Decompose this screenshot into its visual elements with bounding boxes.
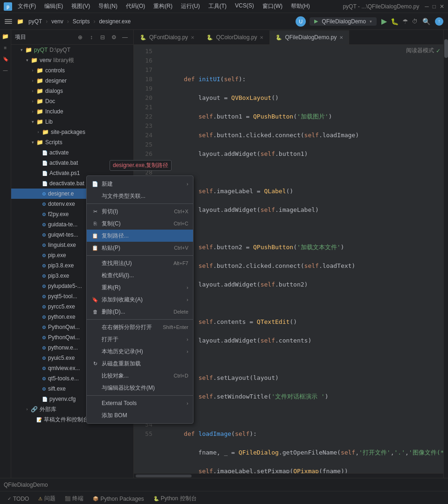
- ctx-cut[interactable]: ✂ 剪切(I) Ctrl+X: [87, 205, 193, 217]
- menu-refactor[interactable]: 重构(R): [150, 1, 176, 11]
- file-bottom-tab: QFileDialogDemo: [0, 478, 448, 491]
- tree-dialogs[interactable]: › 📁 dialogs: [11, 86, 133, 96]
- sidebar-hide-icon[interactable]: —: [120, 33, 130, 42]
- window-controls: ─ □ ✕: [425, 3, 444, 10]
- ctx-compare[interactable]: 比较对象... Ctrl+D: [87, 370, 193, 382]
- breadcrumb-designer[interactable]: designer.exe: [99, 18, 131, 25]
- tree-scripts[interactable]: ▾ 📁 Scripts: [11, 137, 133, 147]
- ctx-add-bom[interactable]: 添加 BOM: [87, 409, 193, 421]
- ctx-refactor[interactable]: 重构(R) ›: [87, 281, 193, 294]
- menu-help[interactable]: 帮助(H): [287, 1, 314, 11]
- ctx-external-tools[interactable]: External Tools ›: [87, 397, 193, 409]
- sidebar-add-icon[interactable]: ⊕: [76, 33, 85, 42]
- ctx-copy-path-label: 复制路径...: [102, 232, 129, 240]
- project-panel-tab[interactable]: 📁: [1, 32, 10, 41]
- tab-qfiledialogdemo[interactable]: 🐍 QFileDialogDemo.py ✕: [269, 30, 349, 44]
- ctx-inspect-code[interactable]: 检查代码(I)...: [87, 269, 193, 281]
- tree-activate[interactable]: › 📄 activate: [11, 147, 133, 158]
- tree-lib[interactable]: ▾ 📁 Lib: [11, 117, 133, 127]
- tab-close-icon2[interactable]: ✕: [260, 35, 263, 40]
- breadcrumb-pyqt[interactable]: pyQT: [28, 18, 42, 25]
- tab-label: QFontDialog.py: [149, 34, 188, 41]
- tree-site-packages[interactable]: › 📁 site-packages: [11, 127, 133, 137]
- menu-tools[interactable]: 工具(T): [205, 1, 230, 11]
- inspect-icon: [91, 272, 99, 279]
- close-button[interactable]: ✕: [440, 3, 444, 10]
- menu-file[interactable]: 文件(F): [14, 1, 40, 11]
- tree-include[interactable]: › 📁 Include: [11, 106, 133, 117]
- tree-venv[interactable]: ▾ 📁 venv library根: [11, 55, 133, 65]
- leftpanel-icon4[interactable]: —: [1, 65, 10, 75]
- menu-nav[interactable]: 导航(N): [95, 1, 121, 11]
- run-config-dropdown[interactable]: ▶ QFileDialogDemo ▾: [310, 17, 377, 26]
- dropdown-arrow-icon: ▾: [370, 19, 372, 24]
- python-console-tab[interactable]: 🐍 Python 控制台: [150, 493, 200, 504]
- ctx-compare-editor[interactable]: 与编辑器比较文件(M): [87, 382, 193, 394]
- tree-root-pyqt[interactable]: ▾ 📁 pyQT D:\pyQT: [11, 45, 133, 55]
- tab-qcolordialog[interactable]: 🐍 QColorDialog.py ✕: [200, 30, 269, 44]
- avatar-icon[interactable]: U: [296, 16, 306, 27]
- tree-designer[interactable]: › 📁 designer: [11, 76, 133, 86]
- ctx-find-usage[interactable]: 查找用法(U) Alt+F7: [87, 257, 193, 269]
- breadcrumb-scripts[interactable]: Scripts: [73, 18, 90, 25]
- sidebar-collapse-icon[interactable]: ⊟: [98, 33, 107, 42]
- search-button[interactable]: 🔍: [422, 18, 430, 25]
- svg-rect-2: [5, 19, 12, 20]
- tab-close-icon3[interactable]: ✕: [339, 35, 343, 40]
- ctx-open-with[interactable]: 打开于 ›: [87, 333, 193, 345]
- tab-icon3: 🐍: [276, 35, 282, 41]
- structure-panel-tab[interactable]: ≡: [1, 43, 10, 52]
- ctx-new[interactable]: 📄 新建 ›: [87, 178, 193, 190]
- sidebar-gear-icon[interactable]: ⚙: [109, 33, 118, 42]
- reader-mode-label: 阅读器模式: [406, 47, 434, 55]
- ctx-associate[interactable]: 与文件类型关联...: [87, 190, 193, 202]
- terminal-tab[interactable]: ⬛ 终端: [61, 493, 87, 504]
- ctx-local-history[interactable]: 本地历史记录(H) ›: [87, 345, 193, 357]
- delete-icon: 🗑: [91, 308, 99, 315]
- ctx-compare-editor-label: 与编辑器比较文件(M): [102, 384, 155, 392]
- menu-code[interactable]: 代码(O): [122, 1, 149, 11]
- problems-tab[interactable]: ⚠ 问题: [34, 493, 59, 504]
- code-text[interactable]: def initUI(self): layout = QVBoxLayout()…: [165, 45, 443, 473]
- reader-mode-check-icon: ✓: [436, 48, 441, 54]
- tree-controls[interactable]: › 📁 controls: [11, 65, 133, 76]
- context-menu: 📄 新建 › 与文件类型关联... ✂ 剪切(I) Ctrl+X ⎘ 复制(C)…: [86, 175, 193, 424]
- menu-vcs[interactable]: VCS(S): [231, 1, 258, 11]
- horizontal-scrollbar[interactable]: [134, 473, 443, 478]
- menu-view[interactable]: 视图(V): [68, 1, 94, 11]
- todo-tab[interactable]: ✓ TODO: [4, 494, 33, 504]
- menu-edit[interactable]: 编辑(E): [41, 1, 67, 11]
- local-history-icon: [91, 348, 99, 355]
- tab-close-icon[interactable]: ✕: [191, 35, 194, 40]
- update-button[interactable]: ↑: [435, 17, 443, 26]
- ctx-reload[interactable]: ↻ 从磁盘重新加载: [87, 357, 193, 370]
- menu-window[interactable]: 窗口(W): [259, 1, 286, 11]
- ctx-compare-label: 比较对象...: [102, 372, 129, 380]
- maximize-button[interactable]: □: [433, 3, 436, 10]
- python-packages-tab[interactable]: 📦 Python Packages: [89, 494, 147, 504]
- ctx-bookmark[interactable]: 🔖 添加到收藏夹(A) ›: [87, 294, 193, 306]
- bookmark-panel-tab[interactable]: 🔖: [1, 54, 10, 63]
- breadcrumb-venv[interactable]: venv: [51, 18, 63, 25]
- run-button[interactable]: ▶: [381, 17, 387, 26]
- ctx-sep4: [87, 395, 193, 396]
- minimize-button[interactable]: ─: [425, 3, 429, 10]
- ctx-copy[interactable]: ⎘ 复制(C) Ctrl+C: [87, 217, 193, 230]
- coverage-button[interactable]: ☂: [402, 18, 408, 25]
- debug-button[interactable]: 🐛: [391, 18, 399, 25]
- ctx-delete[interactable]: 🗑 删除(D)... Delete: [87, 306, 193, 318]
- ctx-local-history-arrow-icon: ›: [186, 349, 188, 354]
- sidebar-toggle-icon[interactable]: [4, 17, 13, 26]
- reader-mode-button[interactable]: 阅读器模式 ✓: [406, 47, 441, 55]
- copy-icon: ⎘: [91, 220, 99, 227]
- copy-path-icon: 📋: [91, 232, 99, 239]
- ctx-copy-path[interactable]: 📋 复制路径...: [87, 230, 193, 242]
- sidebar-icons: ⊕ ↕ ⊟ ⚙ —: [76, 33, 130, 42]
- menu-run[interactable]: 运行(U): [177, 1, 204, 11]
- profile-button[interactable]: ⏱: [412, 18, 418, 25]
- ctx-paste[interactable]: 📋 粘贴(P) Ctrl+V: [87, 242, 193, 254]
- tree-doc[interactable]: › 📁 Doc: [11, 96, 133, 106]
- tab-qfontdialog[interactable]: 🐍 QFontDialog.py ✕: [134, 30, 200, 44]
- sidebar-scroll-icon[interactable]: ↕: [87, 33, 96, 42]
- ctx-split-right[interactable]: 在右侧拆分部分打开 Shift+Enter: [87, 321, 193, 333]
